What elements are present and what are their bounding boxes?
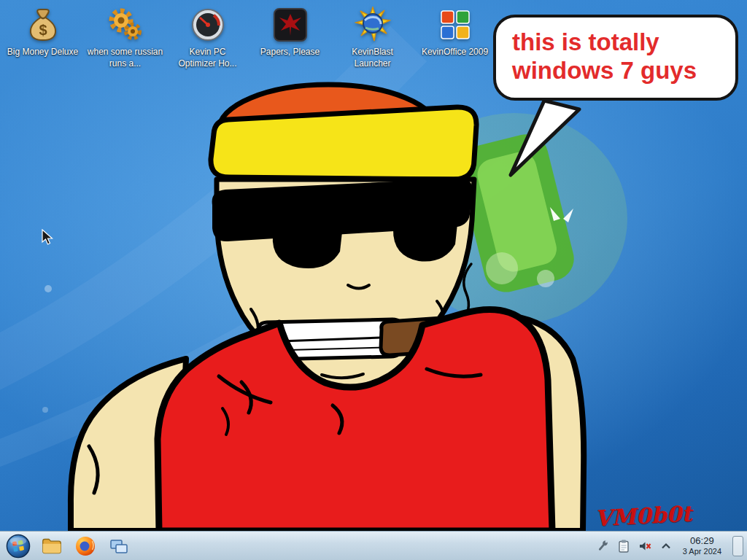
system-tray: 06:29 3 Apr 2024	[595, 532, 743, 560]
desktop-pager-button[interactable]	[106, 533, 132, 559]
mouse-cursor-icon	[39, 229, 55, 246]
firefox-icon	[74, 535, 96, 557]
desktop-icon-big-money-deluxe[interactable]: $ Big Money Deluxe	[1, 6, 84, 69]
desktop-icon-label: Papers, Please	[260, 47, 320, 58]
desktop: $ Big Money Deluxe when some russian run…	[0, 0, 747, 531]
eagle-emblem-icon	[271, 6, 309, 44]
taskbar: 06:29 3 Apr 2024	[0, 531, 747, 560]
windows-orb-icon	[6, 534, 31, 559]
clock-time: 06:29	[683, 536, 721, 547]
desktop-icon-kevinblast-launcher[interactable]: KevinBlast Launcher	[331, 6, 414, 69]
desktop-icon-kevinoffice-2009[interactable]: KevinOffice 2009	[414, 6, 496, 69]
speedometer-icon	[189, 6, 227, 44]
desktop-icons: $ Big Money Deluxe when some russian run…	[1, 6, 496, 69]
volume-muted-tray-button[interactable]	[638, 539, 652, 553]
desktop-pager-icon	[109, 536, 129, 556]
desktop-icon-label: KevinBlast Launcher	[335, 47, 411, 69]
volume-muted-icon	[638, 539, 652, 553]
globe-burst-icon	[354, 6, 392, 44]
clock-date: 3 Apr 2024	[683, 547, 721, 556]
firefox-button[interactable]	[72, 533, 98, 559]
speech-bubble-tail	[502, 99, 597, 179]
speech-bubble: this is totally windows 7 guys	[493, 15, 738, 101]
tools-tray-button[interactable]	[595, 539, 610, 553]
desktop-icon-label: Kevin PC Optimizer Ho...	[170, 47, 246, 69]
desktop-icon-label: when some russian runs a...	[88, 47, 163, 69]
desktop-icon-kevin-pc-optimizer[interactable]: Kevin PC Optimizer Ho...	[166, 6, 249, 69]
start-button[interactable]	[5, 533, 31, 559]
folder-icon	[41, 535, 63, 557]
clock[interactable]: 06:29 3 Apr 2024	[683, 536, 721, 556]
tools-icon	[595, 539, 610, 553]
office-squares-icon	[436, 6, 474, 44]
watermark-text: VM0b0t	[594, 501, 692, 531]
expand-tray-button[interactable]	[659, 539, 673, 553]
speech-bubble-text: this is totally	[512, 28, 727, 57]
show-desktop-button[interactable]	[732, 536, 743, 556]
clipboard-icon	[616, 539, 631, 553]
desktop-icon-papers-please[interactable]: Papers, Please	[249, 6, 331, 69]
desktop-icon-label: Big Money Deluxe	[7, 47, 78, 58]
desktop-icon-russian-shortcut[interactable]: when some russian runs a...	[84, 6, 166, 69]
chevron-up-icon	[659, 539, 673, 553]
gears-icon	[107, 6, 144, 44]
dollar-glyph: $	[39, 22, 47, 38]
clipboard-tray-button[interactable]	[616, 539, 631, 553]
file-manager-button[interactable]	[39, 533, 65, 559]
character-hair-band	[211, 107, 476, 179]
money-bag-icon: $	[24, 6, 62, 44]
taskbar-launchers	[4, 532, 132, 560]
desktop-icon-label: KevinOffice 2009	[422, 47, 488, 58]
speech-bubble-text: windows 7 guys	[512, 57, 727, 85]
